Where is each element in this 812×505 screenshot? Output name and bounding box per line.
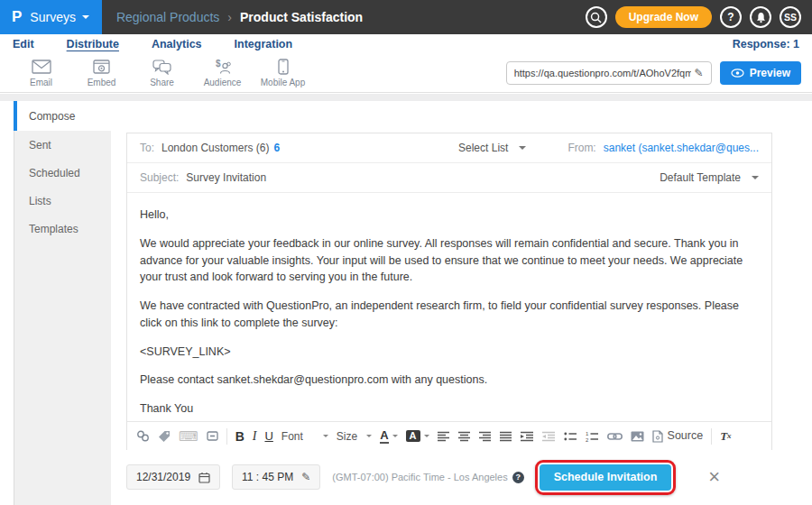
email-icon xyxy=(32,60,51,75)
merge-tag-button[interactable] xyxy=(158,430,171,442)
body-paragraph: Thank You xyxy=(140,400,759,418)
font-label: Font xyxy=(281,431,303,442)
select-list-dropdown[interactable]: Select List xyxy=(458,142,526,154)
outdent-button[interactable] xyxy=(542,431,556,442)
email-body-editor[interactable]: Hello, We would appreciate your feedback… xyxy=(127,193,771,421)
channel-label: Embed xyxy=(88,78,116,87)
align-left-button[interactable] xyxy=(438,431,450,442)
subject-label: Subject: xyxy=(140,171,179,184)
edit-time-icon: ✎ xyxy=(301,471,310,483)
edit-url-icon[interactable]: ✎ xyxy=(695,67,704,79)
timezone-help-icon[interactable]: ? xyxy=(512,472,524,483)
sidebar-item-scheduled[interactable]: Scheduled xyxy=(14,159,111,187)
sidebar-item-sent[interactable]: Sent xyxy=(14,131,111,159)
audience-icon: $ xyxy=(213,60,232,75)
preview-label: Preview xyxy=(750,67,790,79)
source-label: Source xyxy=(668,430,704,442)
toolbar-divider xyxy=(0,94,812,101)
chevron-down-icon xyxy=(366,435,372,437)
survey-url-field[interactable]: https://qa.questionpro.com/t/AOhoV2fqml … xyxy=(506,61,712,85)
schedule-highlight-annotation: Schedule Invitation xyxy=(535,460,677,495)
schedule-invitation-button[interactable]: Schedule Invitation xyxy=(540,464,672,491)
to-value[interactable]: London Customers (6) xyxy=(161,142,269,154)
sidebar-item-lists[interactable]: Lists xyxy=(14,187,111,215)
template-dropdown[interactable]: Default Template xyxy=(660,171,759,184)
response-count[interactable]: Response: 1 xyxy=(733,38,799,50)
font-family-select[interactable]: Font xyxy=(281,431,328,442)
body-paragraph: We have contracted with QuestionPro, an … xyxy=(140,298,759,332)
share-icon xyxy=(152,60,171,75)
channel-label: Mobile App xyxy=(261,78,305,87)
numbered-list-button[interactable]: 12 xyxy=(586,431,599,442)
button-widget-icon xyxy=(207,431,218,441)
indent-button[interactable] xyxy=(521,431,534,442)
channel-mobile-app[interactable]: Mobile App xyxy=(253,59,313,87)
sidebar-item-compose[interactable]: Compose xyxy=(14,101,111,131)
source-button[interactable]: Source xyxy=(652,430,704,443)
breadcrumb-parent[interactable]: Regional Products xyxy=(116,10,219,24)
search-icon xyxy=(590,12,602,23)
bullet-list-button[interactable] xyxy=(564,431,577,442)
background-color-button[interactable]: A xyxy=(406,430,429,442)
chevron-down-icon xyxy=(323,435,328,437)
remove-format-button[interactable]: Tx xyxy=(720,430,731,442)
calendar-icon xyxy=(198,472,210,483)
align-right-icon xyxy=(479,431,492,442)
subject-value[interactable]: Survey Invitation xyxy=(186,171,266,184)
insert-button-button[interactable] xyxy=(207,431,218,441)
top-header: P Surveys Regional Products › Product Sa… xyxy=(0,0,812,34)
bold-button[interactable]: B xyxy=(235,430,245,443)
subject-row: Subject: Survey Invitation Default Templ… xyxy=(127,163,771,193)
svg-text:1: 1 xyxy=(586,431,589,436)
underline-button[interactable]: U xyxy=(264,430,272,442)
channel-email[interactable]: Email xyxy=(11,60,71,87)
schedule-footer: 12/31/2019 11 : 45 PM ✎ (GMT-07:00) Paci… xyxy=(126,462,799,492)
email-sidebar: Compose Sent Scheduled Lists Templates xyxy=(14,101,111,505)
tab-distribute[interactable]: Distribute xyxy=(67,38,119,50)
channel-audience[interactable]: $ Audience xyxy=(192,60,253,87)
survey-url-group: https://qa.questionpro.com/t/AOhoV2fqml … xyxy=(506,61,801,85)
remove-format-t: T xyxy=(720,430,727,442)
questionpro-logo-icon: P xyxy=(12,8,22,26)
insert-image-button[interactable] xyxy=(631,431,644,442)
close-icon[interactable]: × xyxy=(708,467,720,487)
avatar[interactable]: SS xyxy=(780,6,801,28)
schedule-time-field[interactable]: 11 : 45 PM ✎ xyxy=(232,464,320,490)
align-center-button[interactable] xyxy=(458,431,471,442)
size-label: Size xyxy=(337,431,357,442)
align-right-button[interactable] xyxy=(479,431,492,442)
justify-icon xyxy=(500,431,512,442)
channel-share[interactable]: Share xyxy=(132,60,192,87)
surveys-menu[interactable]: P Surveys xyxy=(0,0,102,34)
from-value[interactable]: sanket (sanket.shekdar@ques... xyxy=(604,142,759,154)
italic-button[interactable]: I xyxy=(253,430,257,443)
keyboard-field-button[interactable]: ⌨ xyxy=(179,429,198,443)
notifications-button[interactable] xyxy=(750,6,771,28)
help-button[interactable]: ? xyxy=(720,6,742,28)
to-count-badge[interactable]: 6 xyxy=(273,142,280,154)
text-color-button[interactable]: A xyxy=(380,429,397,444)
template-label: Default Template xyxy=(660,171,741,184)
tab-integration[interactable]: Integration xyxy=(235,38,293,50)
schedule-date-field[interactable]: 12/31/2019 xyxy=(126,464,220,490)
sidebar-item-templates[interactable]: Templates xyxy=(14,215,111,243)
preview-button[interactable]: Preview xyxy=(720,61,801,85)
mobile-app-icon xyxy=(278,59,289,75)
from-label: From: xyxy=(567,142,595,154)
align-center-icon xyxy=(458,431,471,442)
channel-embed[interactable]: Embed xyxy=(71,60,132,87)
search-button[interactable] xyxy=(586,6,607,28)
indent-icon xyxy=(521,431,534,442)
breadcrumb: Regional Products › Product Satisfaction xyxy=(116,10,363,24)
insert-link-button[interactable] xyxy=(607,432,623,441)
tab-edit[interactable]: Edit xyxy=(13,38,34,50)
tab-analytics[interactable]: Analytics xyxy=(152,38,202,50)
justify-button[interactable] xyxy=(500,431,512,442)
chain-link-icon xyxy=(607,432,623,441)
page-title: Product Satisfaction xyxy=(240,10,363,24)
insert-survey-link-button[interactable] xyxy=(136,430,150,442)
chevron-down-icon xyxy=(752,176,759,179)
upgrade-now-button[interactable]: Upgrade Now xyxy=(615,6,712,28)
font-size-select[interactable]: Size xyxy=(337,431,372,442)
channel-label: Share xyxy=(150,78,174,87)
